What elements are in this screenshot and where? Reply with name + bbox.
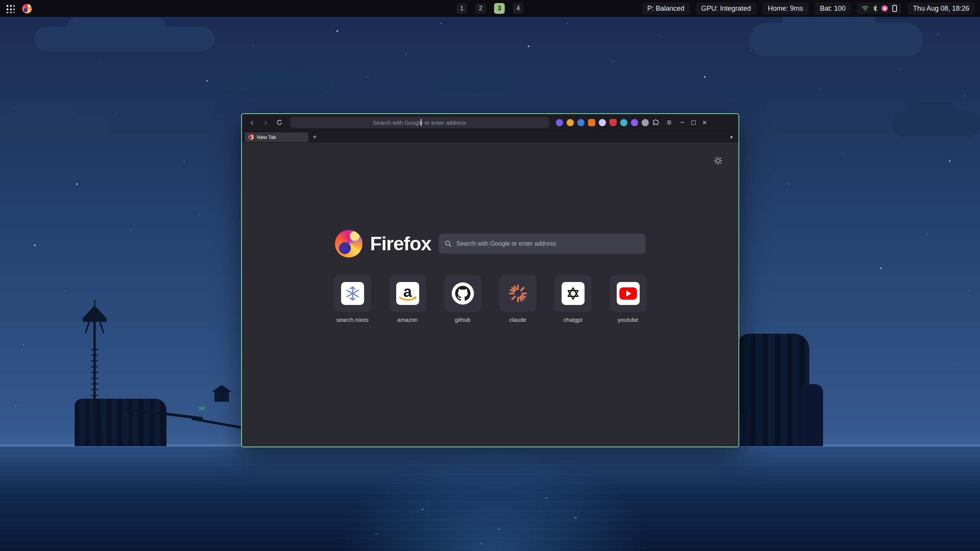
extension-icon[interactable]: [609, 119, 617, 126]
play-triangle-icon: [626, 290, 631, 297]
extension-icon[interactable]: [631, 119, 638, 126]
shortcut-amazon[interactable]: a amazon: [389, 275, 426, 323]
minimize-button[interactable]: −: [680, 119, 684, 127]
workspace-switcher: 1 2 3 4: [457, 0, 524, 17]
workspace-2[interactable]: 2: [475, 3, 486, 14]
watchtower-roof: [82, 305, 107, 319]
island-right-cliff: [738, 334, 809, 446]
github-octocat-icon: [452, 282, 474, 305]
device-tray-icon[interactable]: [892, 5, 897, 12]
shortcut-label: search.nixos: [336, 316, 368, 323]
firefox-window: ‹ ›: [241, 113, 739, 447]
youtube-play-icon: [617, 282, 640, 305]
top-bar: 1 2 3 4 P: Balanced GPU: Integrated Home…: [0, 0, 980, 17]
desktop: 3K 1 2 3 4 P: Balanced GPU: Integrated H…: [0, 0, 980, 551]
back-button[interactable]: ‹: [246, 117, 258, 128]
workspace-1[interactable]: 1: [457, 3, 467, 14]
forward-button[interactable]: ›: [260, 117, 272, 128]
url-input[interactable]: [290, 117, 549, 128]
amazon-smile-icon: [399, 296, 417, 302]
shortcut-chatgpt[interactable]: chatgpt: [555, 275, 591, 323]
openai-icon: [562, 282, 585, 305]
extensions-puzzle-icon[interactable]: [650, 117, 662, 128]
workspace-3-active[interactable]: 3: [494, 3, 505, 14]
workspace-4[interactable]: 4: [513, 3, 524, 14]
battery-status: Bat: 100: [815, 2, 851, 15]
shortcut-label: claude: [509, 316, 526, 323]
reload-button[interactable]: [273, 117, 286, 128]
menu-button[interactable]: ≡: [663, 117, 675, 128]
shortcut-youtube[interactable]: youtube: [610, 275, 647, 323]
extension-icon[interactable]: [556, 119, 563, 126]
watchtower-platform: [83, 319, 106, 322]
tab-new-tab[interactable]: New Tab: [245, 132, 308, 142]
newtab-settings-gear-icon[interactable]: [714, 156, 722, 166]
wallpaper-sign: 3K: [198, 406, 205, 411]
text-caret: [421, 119, 421, 126]
amazon-a-icon: a: [396, 282, 419, 305]
shortcut-card: [500, 275, 536, 312]
bluetooth-icon[interactable]: [873, 5, 877, 11]
extensions-row: [556, 119, 649, 126]
shortcut-label: amazon: [397, 316, 418, 323]
maximize-button[interactable]: [691, 121, 696, 125]
claude-starburst-icon: [508, 284, 528, 303]
shortcut-github[interactable]: github: [444, 275, 481, 323]
power-profile-status: P: Balanced: [642, 2, 690, 15]
newtab-page: Firefox: [242, 143, 738, 447]
extension-icon[interactable]: [567, 119, 574, 126]
close-button[interactable]: ×: [702, 118, 707, 127]
new-tab-button[interactable]: +: [310, 132, 320, 142]
list-all-tabs-button[interactable]: ▾: [727, 134, 736, 140]
extension-icon[interactable]: [599, 119, 606, 126]
newtab-search-input[interactable]: [456, 240, 639, 247]
browser-toolbar: ‹ ›: [242, 114, 738, 131]
cloud: [892, 112, 980, 137]
shortcut-card: [610, 275, 647, 312]
shortcut-card: [334, 275, 371, 312]
cloud: [0, 115, 111, 141]
latency-status: Home: 9ms: [763, 2, 808, 15]
cloud: [750, 23, 923, 57]
firefox-launcher-icon[interactable]: [22, 4, 32, 13]
shortcut-claude[interactable]: claude: [500, 275, 536, 323]
firefox-logo: [335, 230, 363, 258]
media-tray-icon[interactable]: [882, 5, 888, 11]
extension-icon[interactable]: [577, 119, 585, 126]
youtube-badge: [619, 287, 637, 300]
shortcut-card: [444, 275, 481, 312]
url-bar[interactable]: [290, 117, 549, 128]
island-left-rocks: [75, 399, 167, 446]
shortcut-label: github: [455, 316, 470, 323]
app-launcher-icon[interactable]: [5, 4, 15, 13]
window-controls: − ×: [680, 118, 707, 127]
cloud: [214, 73, 329, 94]
tab-bar: New Tab + ▾: [242, 131, 738, 143]
newtab-hero: Firefox: [242, 230, 738, 258]
tab-title: New Tab: [257, 134, 276, 140]
watchtower-ladder: [91, 344, 98, 413]
extension-icon[interactable]: [588, 119, 595, 126]
topbar-status: P: Balanced GPU: Integrated Home: 9ms Ba…: [642, 2, 975, 15]
shortcut-card: [555, 275, 591, 312]
newtab-search-box[interactable]: [439, 234, 645, 254]
shortcut-label: youtube: [618, 316, 638, 323]
system-tray: [857, 3, 902, 14]
clock: Thu Aug 08, 18:26: [908, 2, 975, 15]
extension-icon[interactable]: [642, 119, 649, 126]
firefox-favicon: [248, 134, 254, 140]
reload-icon: [276, 119, 283, 126]
shortcut-tiles: search.nixos a amazon: [242, 275, 738, 323]
wallpaper-ocean-glow: [337, 446, 651, 551]
extension-icon[interactable]: [620, 119, 627, 126]
wifi-icon[interactable]: [862, 6, 869, 11]
shortcut-search-nixos[interactable]: search.nixos: [334, 275, 371, 323]
watchtower-finial: [94, 299, 95, 306]
maximize-icon: [691, 121, 696, 125]
shortcut-card: a: [389, 275, 426, 312]
nixos-snowflake-icon: [341, 282, 364, 305]
search-icon: [445, 240, 452, 247]
firefox-wordmark: Firefox: [370, 233, 431, 255]
island-right-spur: [801, 384, 823, 446]
cloud: [34, 27, 214, 51]
